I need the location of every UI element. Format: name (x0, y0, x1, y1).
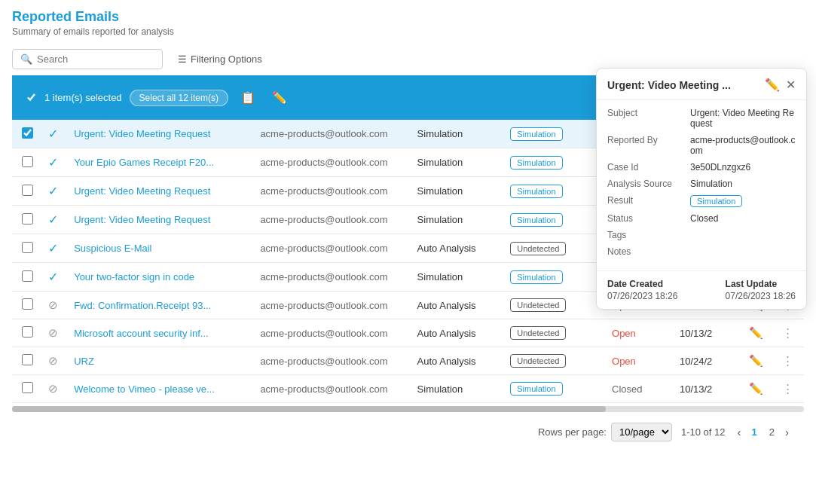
row-icon-cell: ⊘ (42, 347, 68, 375)
toolbar: 🔍 ☰ Filtering Options (12, 49, 804, 69)
row-icon-cell: ✓ (42, 120, 68, 148)
row-edit-icon[interactable]: ✏️ (747, 353, 765, 368)
row-reportedby-cell: acme-products@outlook.com (254, 292, 411, 319)
detail-caseid-value: 3e50DLnzgxz6 (690, 162, 750, 173)
detail-result-row: Result Simulation (607, 195, 796, 207)
page-nav: ‹ 1 2 › (735, 424, 792, 440)
row-source-cell: Auto Analysis (411, 292, 505, 319)
check-icon: ✓ (48, 185, 58, 197)
row-checkbox-cell (12, 319, 42, 347)
detail-edit-icon[interactable]: ✏️ (765, 78, 780, 92)
check-icon: ✓ (48, 213, 58, 226)
detail-analysissource-row: Analysis Source Simulation (607, 179, 796, 189)
row-source-cell: Simulation (411, 177, 505, 206)
row-result-cell: Undetected (504, 234, 606, 263)
row-subject-cell: Urgent: Video Meeting Request (68, 206, 254, 234)
copy-icon[interactable]: 📋 (236, 89, 260, 106)
row-source-cell: Simulation (411, 375, 505, 403)
prev-page-button[interactable]: ‹ (735, 424, 744, 440)
row-more-icon[interactable]: ⋮ (781, 380, 795, 396)
row-checkbox[interactable] (22, 127, 33, 139)
row-reportedby-cell: acme-products@outlook.com (254, 319, 411, 347)
email-subject-link[interactable]: Fwd: Confirmation.Receipt 93... (74, 300, 211, 311)
email-subject-link[interactable]: URZ (74, 356, 94, 367)
row-icon-cell: ✓ (42, 148, 68, 177)
filter-button[interactable]: ☰ Filtering Options (172, 50, 268, 69)
row-icon-cell: ✓ (42, 234, 68, 263)
row-checkbox[interactable] (22, 326, 33, 338)
email-subject-link[interactable]: Urgent: Video Meeting Request (74, 214, 210, 225)
rows-per-page-label: Rows per page: (538, 426, 607, 438)
detail-updated-group: Last Update 07/26/2023 18:26 (726, 279, 796, 301)
select-all-button[interactable]: Select all 12 item(s) (130, 90, 228, 106)
filter-label: Filtering Options (191, 53, 262, 65)
row-result-cell: Simulation (504, 375, 606, 403)
detail-footer: Date Created 07/26/2023 18:26 Last Updat… (597, 270, 806, 309)
row-reportedby-cell: acme-products@outlook.com (254, 206, 411, 234)
row-more-icon[interactable]: ⋮ (781, 325, 795, 341)
rows-per-page-select[interactable]: 10/page 20/page 50/page (611, 423, 672, 441)
row-status-cell: Closed (606, 375, 674, 403)
row-subject-cell: Your Epio Games Receipt F20... (68, 148, 254, 177)
row-more-icon[interactable]: ⋮ (781, 353, 795, 368)
result-badge: Simulation (510, 127, 562, 141)
row-source-cell: Simulation (411, 120, 505, 148)
page-2-button[interactable]: 2 (765, 425, 779, 439)
search-input[interactable] (37, 53, 154, 65)
row-checkbox[interactable] (22, 298, 33, 310)
row-result-cell: Undetected (504, 347, 606, 375)
edit-icon[interactable]: ✏️ (267, 89, 292, 106)
row-icon-cell: ⊘ (42, 292, 68, 319)
row-checkbox[interactable] (22, 382, 33, 393)
page-container: Reported Emails Summary of emails report… (0, 0, 816, 504)
detail-result-badge: Simulation (690, 195, 742, 207)
row-checkbox-cell (12, 234, 42, 263)
row-checkbox[interactable] (22, 354, 33, 365)
row-status-cell: Open (606, 347, 674, 375)
table-row: ⊘ Welcome to Vimeo - please ve... acme-p… (12, 375, 804, 403)
row-subject-cell: Urgent: Video Meeting Request (68, 120, 254, 148)
detail-created-value: 07/26/2023 18:26 (607, 291, 677, 301)
row-subject-cell: Urgent: Video Meeting Request (68, 177, 254, 206)
row-checkbox[interactable] (22, 270, 33, 282)
detail-close-icon[interactable]: ✕ (786, 78, 796, 92)
row-subject-cell: Fwd: Confirmation.Receipt 93... (68, 292, 254, 319)
email-subject-link[interactable]: Suspicious E-Mail (74, 243, 151, 254)
row-checkbox[interactable] (22, 185, 33, 196)
detail-created-label: Date Created (607, 279, 677, 289)
detail-reportedby-row: Reported By acme-products@outlook.com (607, 135, 796, 156)
ban-icon: ⊘ (48, 326, 58, 339)
row-checkbox-cell (12, 206, 42, 234)
row-result-cell: Simulation (504, 206, 606, 234)
select-all-checkbox[interactable] (26, 92, 37, 103)
result-badge: Simulation (510, 213, 562, 227)
email-subject-link[interactable]: Your Epio Games Receipt F20... (74, 157, 214, 168)
row-edit-icon[interactable]: ✏️ (747, 325, 765, 341)
ban-icon: ⊘ (48, 382, 58, 395)
row-result-cell: Simulation (504, 177, 606, 206)
row-result-cell: Simulation (504, 120, 606, 148)
detail-dates: Date Created 07/26/2023 18:26 Last Updat… (607, 279, 796, 301)
page-1-button[interactable]: 1 (747, 425, 762, 439)
detail-status-row: Status Closed (607, 213, 796, 224)
row-edit-icon[interactable]: ✏️ (747, 380, 765, 396)
email-subject-link[interactable]: Urgent: Video Meeting Request (74, 185, 210, 197)
next-page-button[interactable]: › (782, 424, 792, 440)
email-subject-link[interactable]: Microsoft account security inf... (74, 328, 208, 339)
detail-caseid-row: Case Id 3e50DLnzgxz6 (607, 162, 796, 173)
horizontal-scrollbar[interactable] (12, 406, 804, 412)
row-checkbox-cell (12, 375, 42, 403)
email-subject-link[interactable]: Welcome to Vimeo - please ve... (74, 383, 215, 395)
email-subject-link[interactable]: Urgent: Video Meeting Request (74, 128, 210, 139)
row-icon-cell: ✓ (42, 206, 68, 234)
row-checkbox[interactable] (22, 242, 33, 253)
row-checkbox[interactable] (22, 156, 33, 167)
row-source-cell: Auto Analysis (411, 319, 505, 347)
result-badge: Simulation (510, 185, 562, 198)
row-source-cell: Simulation (411, 148, 505, 177)
detail-reportedby-value: acme-products@outlook.com (690, 135, 796, 156)
detail-subject-row: Subject Urgent: Video Meeting Request (607, 108, 796, 129)
detail-reportedby-label: Reported By (607, 135, 690, 145)
row-checkbox[interactable] (22, 213, 33, 225)
email-subject-link[interactable]: Your two-factor sign in code (74, 271, 194, 283)
